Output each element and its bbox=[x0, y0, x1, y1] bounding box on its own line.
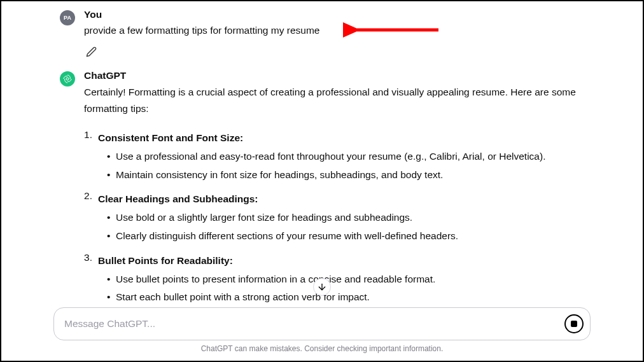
assistant-message-body: ChatGPT Certainly! Formatting is a cruci… bbox=[84, 70, 585, 305]
assistant-message: ChatGPT Certainly! Formatting is a cruci… bbox=[1, 67, 643, 305]
user-message-body: You provide a few formatting tips for fo… bbox=[84, 9, 585, 59]
assistant-author: ChatGPT bbox=[84, 70, 585, 81]
stop-button[interactable] bbox=[564, 314, 584, 333]
tips-list: Consistent Font and Font Size: Use a pro… bbox=[84, 129, 585, 305]
chat-container: PA You provide a few formatting tips for… bbox=[1, 1, 643, 305]
list-item: Use bullet points to present information… bbox=[107, 270, 585, 289]
list-item: Consistent Font and Font Size: Use a pro… bbox=[84, 129, 585, 184]
assistant-avatar bbox=[60, 71, 75, 87]
user-avatar: PA bbox=[60, 10, 75, 25]
user-message: PA You provide a few formatting tips for… bbox=[1, 6, 643, 61]
disclaimer: ChatGPT can make mistakes. Consider chec… bbox=[1, 344, 643, 353]
list-item: Start each bullet point with a strong ac… bbox=[107, 288, 585, 305]
scroll-down-button[interactable] bbox=[313, 278, 331, 296]
arrow-down-icon bbox=[317, 282, 327, 292]
assistant-intro: Certainly! Formatting is a crucial aspec… bbox=[84, 84, 585, 118]
message-input[interactable] bbox=[64, 318, 564, 330]
list-item: Use a professional and easy-to-read font… bbox=[107, 148, 585, 166]
user-prompt: provide a few formatting tips for format… bbox=[84, 23, 585, 38]
stop-icon bbox=[571, 321, 577, 327]
tip-title: Clear Headings and Subheadings: bbox=[98, 193, 258, 204]
openai-icon bbox=[62, 74, 73, 84]
list-item: Bullet Points for Readability: Use bulle… bbox=[84, 252, 585, 305]
list-item: Clear Headings and Subheadings: Use bold… bbox=[84, 190, 585, 245]
list-item: Use bold or a slightly larger font size … bbox=[107, 209, 585, 227]
tip-title: Bullet Points for Readability: bbox=[98, 255, 233, 266]
svg-point-0 bbox=[66, 78, 69, 80]
list-item: Maintain consistency in font size for he… bbox=[107, 166, 585, 184]
user-initials: PA bbox=[64, 15, 71, 21]
list-item: Clearly distinguish different sections o… bbox=[107, 227, 585, 246]
input-box[interactable] bbox=[53, 307, 591, 340]
tip-title: Consistent Font and Font Size: bbox=[98, 132, 243, 143]
pencil-icon bbox=[86, 46, 97, 57]
input-area bbox=[53, 307, 591, 340]
user-author: You bbox=[84, 9, 585, 20]
edit-button[interactable] bbox=[84, 45, 98, 59]
